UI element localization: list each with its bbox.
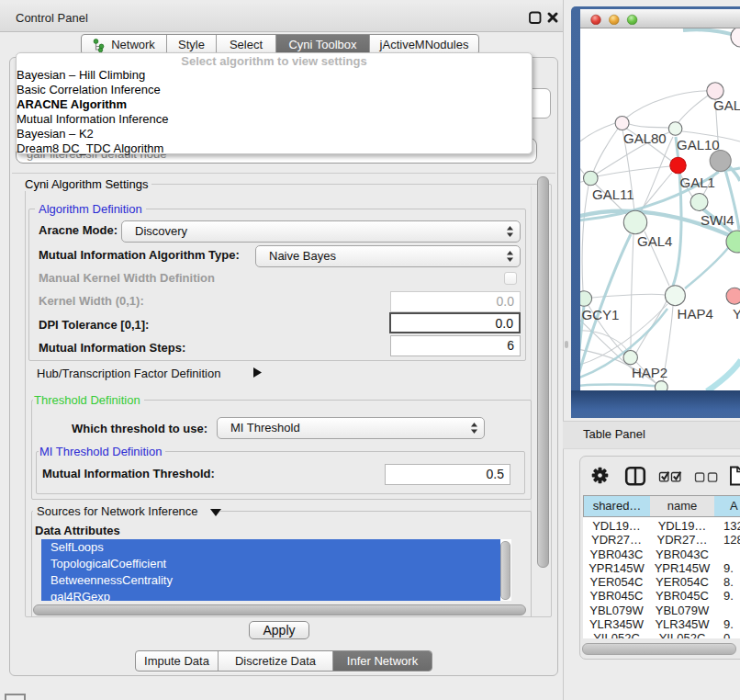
- svg-text:SWI4: SWI4: [701, 212, 734, 228]
- svg-text:GAL1: GAL1: [680, 175, 715, 190]
- svg-text:GAL80: GAL80: [623, 130, 667, 146]
- svg-text:HAP4: HAP4: [678, 306, 713, 322]
- svg-text:GAL11: GAL11: [592, 186, 634, 202]
- svg-text:Y: Y: [733, 306, 740, 322]
- svg-text:GCY1: GCY1: [582, 307, 620, 322]
- svg-text:GAL4: GAL4: [637, 233, 672, 249]
- svg-text:GAL10: GAL10: [677, 137, 720, 152]
- svg-text:HAP2: HAP2: [632, 365, 667, 380]
- svg-text:GAL7: GAL7: [713, 97, 740, 113]
